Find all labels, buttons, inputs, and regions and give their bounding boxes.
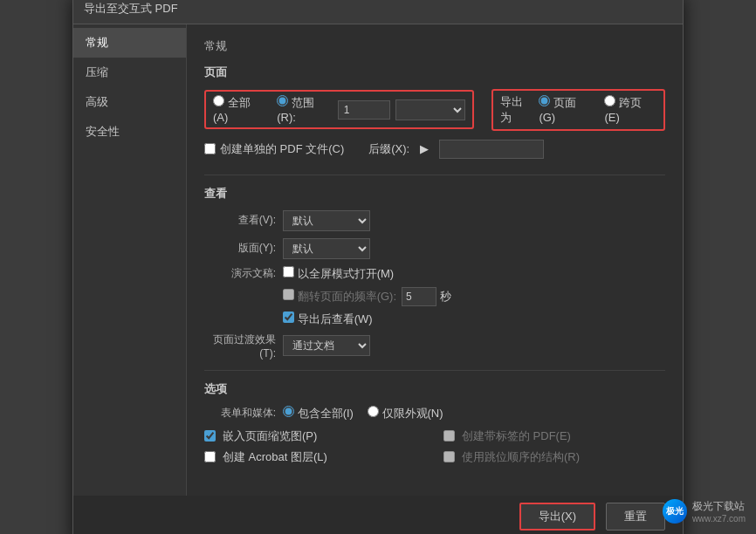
sidebar: 常规 压缩 高级 安全性: [73, 24, 187, 496]
suffix-input[interactable]: [439, 140, 544, 159]
dialog-footer: 导出(X) 重置: [73, 496, 683, 535]
page-transition-label: 页面过渡效果(T):: [204, 332, 283, 359]
embed-thumb-checkbox[interactable]: [204, 430, 216, 442]
presentation-row: 演示文稿: 以全屏模式打开(M): [204, 266, 665, 282]
flip-row: 翻转页面的频率(G): 秒: [204, 287, 665, 306]
pages-section: 页面 全部(A) 范围(R):: [204, 65, 665, 159]
use-structure-checkbox[interactable]: [443, 451, 455, 462]
options-grid: 嵌入页面缩览图(P) 创建带标签的 PDF(E) 创建 Acrobat 图层(L…: [204, 428, 665, 465]
include-all-label[interactable]: 包含全部(I): [283, 406, 354, 421]
pages-range-box: 全部(A) 范围(R):: [204, 90, 474, 129]
create-tagged-label[interactable]: 创建带标签的 PDF(E): [443, 428, 665, 444]
all-pages-label[interactable]: 全部(A): [213, 95, 265, 124]
view-row: 查看(V): 默认: [204, 210, 665, 231]
watermark-logo: 极光: [663, 499, 687, 524]
include-all-radio[interactable]: [283, 406, 294, 417]
create-pdf-checkbox[interactable]: [204, 143, 216, 154]
fullscreen-label[interactable]: 以全屏模式打开(M): [283, 266, 394, 282]
layout-label: 版面(Y):: [204, 241, 283, 256]
pages-label: 页面: [204, 65, 665, 80]
flip-checkbox[interactable]: [283, 289, 294, 300]
create-acrobat-checkbox[interactable]: [204, 451, 216, 462]
seconds-label: 秒: [440, 289, 451, 305]
view-section: 查看 查看(V): 默认 版面(Y): 默认 演示文稿:: [204, 175, 665, 359]
options-section: 选项 表单和媒体: 包含全部(I) 仅限外观(N) 嵌入页面缩: [204, 370, 665, 465]
use-structure-label[interactable]: 使用跳位顺序的结构(R): [443, 449, 665, 465]
range-input[interactable]: [338, 100, 390, 120]
create-tagged-checkbox[interactable]: [443, 430, 455, 442]
view-dropdown[interactable]: 默认: [283, 210, 370, 231]
range-label[interactable]: 范围(R):: [277, 95, 332, 124]
page-transition-row: 页面过渡效果(T): 通过文档: [204, 332, 665, 359]
view-section-label: 查看: [204, 186, 665, 202]
flip-label[interactable]: 翻转页面的频率(G):: [283, 289, 396, 305]
sidebar-item-compression[interactable]: 压缩: [73, 58, 186, 87]
content-area: 常规 页面 全部(A) 范围(R):: [187, 24, 683, 496]
create-pdf-label[interactable]: 创建单独的 PDF 文件(C): [204, 141, 344, 157]
layout-row: 版面(Y): 默认: [204, 238, 665, 259]
dialog-title: 导出至交互式 PDF: [84, 2, 178, 15]
export-button[interactable]: 导出(X): [519, 503, 595, 531]
export-as-box: 导出为 页面(G) 跨页(E): [491, 89, 665, 131]
sidebar-item-advanced[interactable]: 高级: [73, 87, 186, 117]
after-export-checkbox[interactable]: [283, 312, 294, 323]
export-dialog: 导出至交互式 PDF 常规 压缩 高级 安全性 常规 页面: [72, 0, 684, 534]
dialog-body: 常规 压缩 高级 安全性 常规 页面: [73, 24, 683, 496]
forms-label: 表单和媒体:: [204, 406, 283, 421]
options-label: 选项: [204, 381, 665, 397]
after-export-label[interactable]: 导出后查看(W): [283, 312, 373, 327]
export-as-spreads-radio[interactable]: [604, 95, 615, 106]
suffix-label: 后缀(X):: [368, 141, 409, 157]
all-pages-radio[interactable]: [213, 95, 224, 106]
sidebar-item-general[interactable]: 常规: [73, 28, 186, 58]
export-as-pages-radio[interactable]: [539, 95, 550, 106]
layout-dropdown[interactable]: 默认: [283, 238, 370, 259]
sidebar-item-security[interactable]: 安全性: [73, 117, 186, 147]
view-label: 查看(V):: [204, 213, 283, 228]
pages-export-label[interactable]: 页面(G): [539, 95, 592, 124]
flip-seconds-input[interactable]: [402, 287, 436, 306]
suffix-arrow: ▶: [420, 142, 429, 155]
embed-thumb-label[interactable]: 嵌入页面缩览图(P): [204, 428, 426, 444]
range-dropdown[interactable]: [395, 99, 465, 120]
appearance-only-label[interactable]: 仅限外观(N): [368, 406, 443, 421]
dialog-titlebar: 导出至交互式 PDF: [73, 0, 683, 24]
spreads-export-label[interactable]: 跨页(E): [604, 95, 656, 124]
fullscreen-checkbox[interactable]: [283, 266, 294, 277]
after-export-row: 导出后查看(W): [204, 312, 665, 327]
content-section-title: 常规: [204, 38, 665, 54]
watermark: 极光 极光下载站 www.xz7.com: [663, 499, 746, 524]
range-radio[interactable]: [277, 95, 288, 106]
page-transition-dropdown[interactable]: 通过文档: [283, 335, 370, 356]
watermark-text: 极光下载站 www.xz7.com: [692, 499, 746, 524]
create-acrobat-label[interactable]: 创建 Acrobat 图层(L): [204, 449, 426, 465]
presentation-label: 演示文稿:: [204, 266, 283, 281]
appearance-only-radio[interactable]: [368, 406, 379, 417]
reset-button[interactable]: 重置: [606, 503, 665, 531]
forms-row: 表单和媒体: 包含全部(I) 仅限外观(N): [204, 406, 665, 421]
